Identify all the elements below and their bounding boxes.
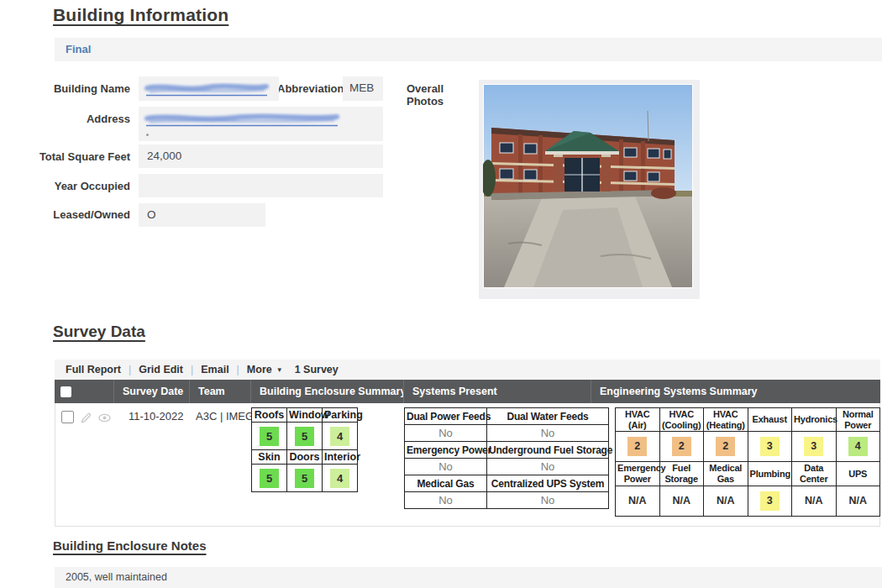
select-all-checkbox[interactable] — [60, 386, 71, 397]
score-badge: 5 — [295, 427, 314, 446]
building-enclosure-notes-bar: 2005, well maintained — [55, 567, 882, 588]
survey-data-title: Survey Data — [53, 323, 145, 341]
grid-edit-button[interactable]: Grid Edit — [139, 364, 183, 375]
address-field[interactable] — [139, 107, 383, 141]
engineering-header: Emergency Power — [616, 462, 660, 486]
survey-grid: Full Report | Grid Edit | Email | More▼ … — [55, 360, 880, 527]
year-occupied-label: Year Occupied — [0, 180, 130, 192]
leased-owned-value: O — [139, 203, 265, 221]
overall-photos-label: Overall Photos — [407, 82, 482, 108]
systems-header: Dual Water Feeds — [487, 408, 609, 425]
edit-pencil-icon[interactable] — [80, 412, 92, 424]
toolbar-separator: | — [129, 364, 131, 375]
select-all-header-cell — [55, 380, 113, 403]
survey-toolbar: Full Report | Grid Edit | Email | More▼ … — [55, 360, 880, 380]
systems-header: Emergency Power — [405, 442, 487, 459]
address-line2-dot — [146, 134, 149, 136]
building-enclosure-notes-title: Building Enclosure Notes — [53, 538, 207, 553]
building-enclosure-notes-text: 2005, well maintained — [55, 567, 167, 588]
abbreviation-value: MEB — [343, 76, 383, 94]
toolbar-separator: | — [237, 364, 239, 375]
engineering-header: HVAC (Heating) — [704, 408, 748, 432]
engineering-header: Hydronics — [792, 408, 837, 432]
total-square-feet-field[interactable]: 24,000 — [139, 144, 383, 168]
systems-value: No — [487, 425, 609, 442]
systems-header: Underground Fuel Storage — [487, 442, 609, 459]
score-badge: N/A — [627, 491, 647, 511]
building-photo[interactable] — [483, 84, 693, 288]
engineering-header: Exhaust — [748, 408, 792, 432]
score-badge: 4 — [330, 469, 349, 488]
column-header-building-enclosure-summary[interactable]: Building Enclosure Summary — [250, 380, 403, 403]
redacted-value — [142, 109, 344, 129]
enclosure-header: Skin — [252, 450, 287, 465]
survey-table-header: Survey Date Team Building Enclosure Summ… — [55, 380, 880, 403]
score-badge: 5 — [260, 469, 279, 488]
systems-header: Medical Gas — [405, 475, 487, 492]
address-label: Address — [0, 113, 130, 125]
total-square-feet-value: 24,000 — [139, 144, 383, 162]
year-occupied-value — [139, 174, 383, 179]
engineering-header: HVAC (Cooling) — [659, 408, 704, 432]
building-name-label: Building Name — [0, 82, 130, 95]
enclosure-header: Interior — [323, 450, 358, 465]
systems-header: Centralized UPS System — [487, 475, 609, 492]
engineering-header: Data Center — [792, 462, 837, 486]
redacted-value — [142, 79, 272, 99]
engineering-header: Normal Power — [836, 408, 880, 432]
engineering-header: UPS — [836, 462, 880, 486]
score-badge: 4 — [848, 437, 868, 456]
page-title: Building Information — [53, 5, 228, 25]
systems-value: No — [487, 459, 609, 475]
engineering-header: Plumbing — [748, 462, 792, 486]
row-checkbox[interactable] — [61, 411, 74, 423]
survey-count-label: 1 Survey — [295, 364, 339, 375]
year-occupied-field[interactable] — [139, 174, 383, 197]
score-badge: 2 — [716, 437, 735, 456]
chevron-down-icon: ▼ — [276, 366, 283, 374]
score-badge: 4 — [330, 427, 349, 446]
systems-value: No — [487, 492, 609, 509]
systems-value: No — [405, 492, 487, 509]
toolbar-separator: | — [191, 364, 193, 375]
team-value: A3C | IMEG — [196, 410, 254, 423]
score-badge: 3 — [760, 437, 780, 456]
enclosure-header: Parking — [323, 408, 358, 423]
systems-present-table: Dual Power Feeds Dual Water Feeds No No … — [404, 407, 609, 509]
more-menu-button[interactable]: More▼ — [247, 364, 283, 375]
leased-owned-field[interactable]: O — [139, 203, 265, 227]
building-name-field[interactable] — [139, 76, 279, 101]
building-enclosure-summary-table: Roofs Window Parking 5 5 4 Skin Doors In… — [251, 407, 358, 492]
score-badge: 3 — [804, 437, 823, 456]
status-badge: Final — [55, 38, 91, 61]
engineering-header: Medical Gas — [704, 462, 748, 486]
systems-value: No — [405, 459, 487, 475]
enclosure-header: Doors — [287, 450, 323, 465]
leased-owned-label: Leased/Owned — [0, 208, 130, 221]
score-badge: 5 — [260, 427, 279, 446]
column-header-systems-present[interactable]: Systems Present — [403, 380, 591, 403]
view-eye-icon[interactable] — [97, 412, 112, 424]
total-square-feet-label: Total Square Feet — [0, 150, 130, 163]
column-header-engineering-systems-summary[interactable]: Engineering Systems Summary — [591, 380, 880, 403]
systems-value: No — [405, 425, 487, 442]
page: Building Information Final Building Name… — [0, 0, 882, 588]
full-report-button[interactable]: Full Report — [66, 364, 121, 375]
status-bar: Final — [55, 38, 882, 61]
score-badge: 2 — [672, 437, 691, 456]
engineering-header: HVAC (Air) — [616, 408, 660, 432]
email-button[interactable]: Email — [201, 364, 228, 375]
survey-table-row: 11-10-2022 A3C | IMEG Roofs Window Parki… — [55, 403, 880, 527]
score-badge: N/A — [672, 491, 691, 511]
column-header-survey-date[interactable]: Survey Date — [113, 380, 189, 403]
abbreviation-field[interactable]: MEB — [343, 76, 383, 101]
column-header-team[interactable]: Team — [189, 380, 250, 403]
score-badge: 3 — [760, 491, 780, 511]
score-badge: N/A — [804, 491, 823, 511]
survey-date-value: 11-10-2022 — [129, 410, 184, 423]
score-badge: 2 — [627, 437, 647, 456]
enclosure-header: Window — [287, 408, 323, 423]
score-badge: 5 — [295, 469, 314, 488]
score-badge: N/A — [848, 491, 868, 511]
abbreviation-label: Abbreviation — [277, 82, 340, 95]
